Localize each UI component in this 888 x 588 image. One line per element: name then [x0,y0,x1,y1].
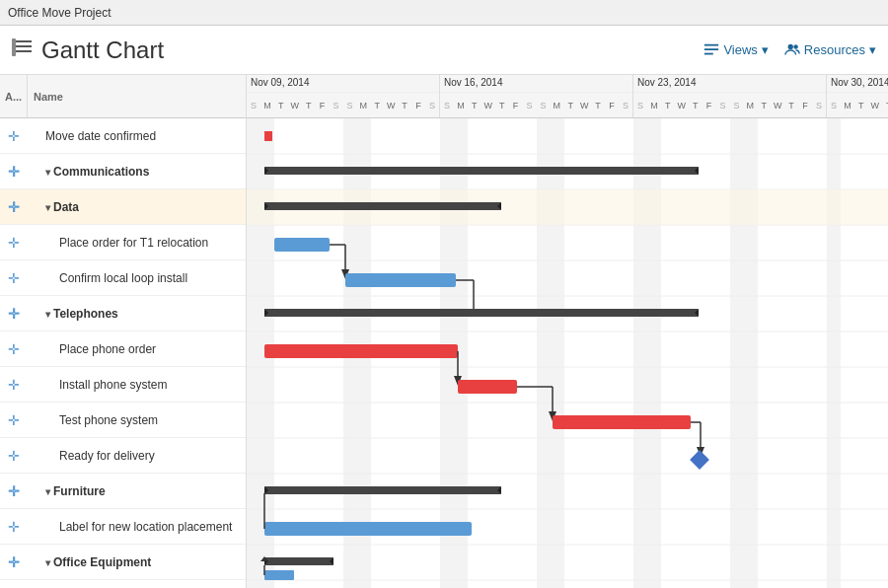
drag-handle [0,483,28,499]
task-name: Place order for T1 relocation [28,234,246,252]
task-row[interactable]: Test phone system [0,403,246,438]
titlebar: Office Move Project [0,0,888,26]
week-label: Nov 16, 2014 [440,75,632,93]
svg-rect-19 [730,118,744,588]
day-label: F [605,93,619,117]
task-row[interactable]: Install phone system [0,367,246,403]
svg-rect-56 [458,380,517,394]
svg-rect-1 [14,45,32,47]
drag-handle [0,164,28,180]
day-label: T [784,93,798,117]
task-row[interactable]: Label for new location placement [0,509,246,545]
resources-button[interactable]: Resources ▾ [784,42,876,58]
titlebar-label: Office Move Project [8,6,111,20]
header-left: Gantt Chart [12,37,164,64]
views-label: Views [723,42,757,57]
svg-rect-53 [264,344,458,358]
day-label: M [356,93,370,117]
day-label: S [440,93,454,117]
col-name-header: Name [28,75,246,117]
drag-handle [0,412,28,428]
task-name: Furniture [28,482,246,500]
day-label: W [481,93,495,117]
task-name: Move date confirmed [28,127,246,145]
svg-rect-60 [553,415,691,429]
week-group: Nov 16, 2014SMTWTFSSMTWTFS [440,75,633,117]
day-label: S [729,93,743,117]
task-row[interactable]: Move date confirmed [0,118,246,154]
column-headers: A... Name [0,75,246,118]
day-labels: SMTWTFSSMTWTFS [633,93,826,117]
day-label: F [798,93,812,117]
drag-handle [0,448,28,464]
expand-icon[interactable] [45,557,50,568]
expand-icon[interactable] [45,309,50,320]
day-label: T [689,93,703,117]
day-label: M [841,93,854,117]
resources-label: Resources [804,42,865,57]
svg-rect-20 [744,118,758,588]
week-label: Nov 30, 2014 [827,75,888,93]
task-row[interactable]: Confirm local loop install [0,260,246,296]
gantt-icon [12,37,34,63]
task-row[interactable]: Data [0,189,246,225]
day-label: T [757,93,771,117]
svg-rect-73 [264,570,294,580]
task-name: Install phone system [28,376,246,394]
day-labels: SMTWTFSSMTWTFS [247,93,439,117]
day-label: F [411,93,425,117]
drag-handle [0,270,28,286]
week-group: Nov 23, 2014SMTWTFSSMTWTFS [633,75,827,117]
day-label: F [703,93,716,117]
day-label: T [274,93,288,117]
day-label: W [577,93,591,117]
day-label: M [260,93,274,117]
task-row[interactable]: Communications [0,154,246,189]
drag-handle [0,341,28,357]
day-label: M [647,93,661,117]
day-label: S [342,93,356,117]
day-label: M [550,93,563,117]
gantt-header: Nov 09, 2014SMTWTFSSMTWTFSNov 16, 2014SM… [247,75,888,118]
day-label: M [743,93,757,117]
task-name: Test phone system [28,411,246,429]
day-label: T [591,93,605,117]
task-row[interactable]: Office Equipment [0,545,246,580]
day-label: T [563,93,577,117]
task-row[interactable]: Place phone order [0,331,246,367]
drag-handle [0,199,28,215]
task-name: Office Equipment [28,553,246,571]
svg-rect-64 [690,450,709,470]
day-label: S [716,93,730,117]
resources-chevron: ▾ [869,42,876,57]
day-label: S [330,93,343,117]
drag-handle [0,519,28,535]
svg-rect-68 [264,522,472,536]
task-row[interactable]: Ready for delivery [0,438,246,474]
day-label: M [454,93,468,117]
svg-rect-0 [14,40,32,42]
expand-icon[interactable] [45,202,50,213]
day-label: T [398,93,411,117]
day-label: F [509,93,523,117]
expand-icon[interactable] [45,486,50,497]
svg-rect-15 [537,118,551,588]
day-label: T [882,93,888,117]
views-button[interactable]: Views ▾ [703,42,768,58]
gantt-svg [247,118,888,588]
drag-handle [0,377,28,393]
views-chevron: ▾ [762,42,769,57]
day-label: T [661,93,675,117]
task-name: Data [28,198,246,216]
day-label: W [771,93,784,117]
expand-icon[interactable] [45,167,50,178]
day-label: W [384,93,398,117]
svg-rect-37 [264,167,699,175]
task-row[interactable]: Furniture [0,474,246,509]
task-row[interactable]: Place order for T1 relocation [0,225,246,260]
svg-rect-40 [264,202,501,210]
task-row[interactable]: Telephones [0,296,246,331]
day-label: T [495,93,509,117]
header: Gantt Chart Views ▾ Resources [0,26,888,75]
svg-rect-18 [647,118,661,588]
